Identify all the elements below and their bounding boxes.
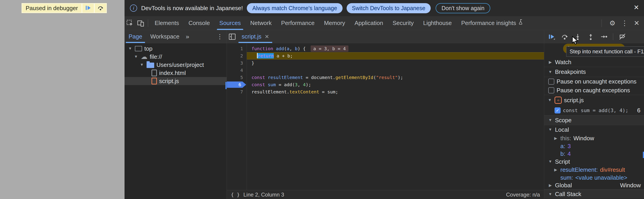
line-number[interactable]: 3 (227, 59, 243, 67)
toolbar-divider (613, 33, 613, 40)
tree-item-file-origin[interactable]: ▼ ☁ file:// (124, 53, 226, 61)
scope-var-b[interactable]: b: 4 (544, 150, 644, 158)
scope-var-this[interactable]: ▶ this: Window (544, 134, 644, 142)
close-tab-icon[interactable]: ✕ (264, 34, 269, 40)
expanded-arrow-icon[interactable]: ▼ (547, 98, 552, 102)
pane-divider[interactable] (226, 30, 227, 199)
debugger-scroll-indicator[interactable] (643, 152, 644, 158)
selected-token: return (258, 53, 274, 59)
collapsed-arrow-icon[interactable]: ▶ (548, 60, 553, 65)
expanded-arrow-icon[interactable]: ▼ (548, 70, 553, 74)
tab-page[interactable]: Page (124, 30, 146, 43)
file-tree: ▼ top ▼ ☁ file:// ▼ Users/user/project (124, 43, 226, 85)
breakpoint-file-group[interactable]: ▼ ‹› script.js (544, 95, 644, 105)
settings-gear-icon[interactable]: ⚙ (610, 19, 616, 27)
line-number[interactable]: 5 (227, 74, 243, 81)
call-stack-section-header[interactable]: ▼ Call Stack (544, 189, 644, 198)
collapsed-arrow-icon[interactable]: ▶ (553, 167, 558, 172)
paused-banner-label: Paused in debugger (22, 4, 82, 13)
tab-network[interactable]: Network (246, 16, 276, 30)
step-icon[interactable] (600, 33, 608, 41)
expand-arrow-icon[interactable]: ▼ (134, 55, 138, 59)
line-number[interactable]: 2 (227, 52, 243, 59)
tab-memory[interactable]: Memory (319, 16, 350, 30)
tab-performance-insights[interactable]: Performance insights (456, 16, 528, 30)
step-over-icon[interactable] (561, 33, 568, 41)
collapsed-arrow-icon[interactable]: ▶ (548, 183, 553, 188)
tab-sources[interactable]: Sources (215, 16, 246, 30)
tab-security[interactable]: Security (388, 16, 418, 30)
toggle-navigator-panel-icon[interactable] (227, 31, 238, 42)
scope-script-group[interactable]: ▼ Script (544, 158, 644, 166)
tree-item-top[interactable]: ▼ top (124, 45, 226, 53)
line-number[interactable]: 4 (227, 67, 243, 74)
code-line-3[interactable]: 3 } (227, 59, 544, 67)
tab-performance[interactable]: Performance (276, 16, 320, 30)
breakpoint-line-number: 6 (637, 107, 644, 114)
scope-var-a[interactable]: a: 3 (544, 142, 644, 150)
scope-global-group[interactable]: ▶ Global Window (544, 181, 644, 189)
scope-var-sum[interactable]: sum: <value unavailable> (544, 174, 644, 181)
code-line-1[interactable]: 1 function add(a, b) {a = 3, b = 4 (227, 45, 544, 52)
switch-to-japanese-button[interactable]: Switch DevTools to Japanese (346, 3, 431, 13)
scope-section-header[interactable]: ▼ Scope (544, 115, 644, 125)
expanded-arrow-icon[interactable]: ▼ (548, 118, 553, 122)
tab-console[interactable]: Console (184, 16, 214, 30)
more-tabs-chevron-icon[interactable]: » (184, 33, 192, 40)
checkbox-checked[interactable]: ✓ (554, 107, 560, 113)
expanded-arrow-icon[interactable]: ▼ (548, 159, 553, 164)
pause-on-caught-row[interactable]: Pause on caught exceptions (544, 86, 644, 95)
navigator-kebab-icon[interactable]: ⋮ (217, 33, 226, 40)
tab-application[interactable]: Application (350, 16, 388, 30)
expanded-arrow-icon[interactable]: ▼ (548, 192, 553, 196)
breakpoint-marker[interactable]: 6 (227, 82, 246, 88)
tab-lighthouse[interactable]: Lighthouse (418, 16, 456, 30)
step-over-icon (97, 5, 104, 12)
code-line-5[interactable]: 5 const resultElement = document.getElem… (227, 74, 544, 81)
checkbox-unchecked[interactable] (548, 87, 554, 93)
tree-item-script-js[interactable]: script.js (124, 77, 226, 85)
expand-arrow-icon[interactable]: ▼ (128, 46, 132, 51)
dont-show-again-button[interactable]: Don't show again (436, 3, 490, 13)
code-editor[interactable]: 1 function add(a, b) {a = 3, b = 4 2 ret… (227, 43, 544, 190)
code-line-4[interactable]: 4 (227, 67, 544, 74)
notification-message: DevTools is now available in Japanese! (141, 5, 243, 12)
line-number[interactable]: 7 (227, 88, 243, 95)
code-line-7[interactable]: 7 resultElement.textContent = sum; (227, 88, 544, 95)
scope-var-resultelement[interactable]: ▶ resultElement: div#result (544, 166, 644, 174)
step-over-button-overlay[interactable] (95, 4, 106, 13)
notification-close-icon[interactable]: ✕ (634, 4, 639, 11)
resume-script-icon[interactable] (548, 33, 556, 41)
collapsed-arrow-icon[interactable]: ▶ (553, 136, 558, 141)
device-toolbar-icon[interactable] (135, 18, 146, 29)
breakpoints-section-header[interactable]: ▼ Breakpoints (544, 67, 644, 77)
scope-local-group[interactable]: ▼ Local (544, 125, 644, 134)
pause-on-uncaught-row[interactable]: Pause on uncaught exceptions (544, 77, 644, 86)
watch-section-header[interactable]: ▶ Watch (544, 58, 644, 67)
tab-workspace[interactable]: Workspace (146, 30, 184, 43)
step-out-icon[interactable] (587, 33, 594, 41)
inspect-element-icon[interactable] (124, 18, 135, 29)
pretty-print-icon[interactable]: { } (231, 192, 240, 197)
deactivate-breakpoints-icon[interactable] (618, 33, 626, 41)
navigator-scroll-indicator[interactable] (226, 82, 226, 89)
line-number[interactable]: 1 (227, 45, 243, 52)
more-options-kebab-icon[interactable]: ⋮ (621, 19, 628, 27)
toolbar-right-controls: ⚙ ⋮ ✕ (600, 19, 644, 27)
pane-divider[interactable] (544, 30, 544, 199)
tree-item-project-folder[interactable]: ▼ Users/user/project (124, 61, 226, 69)
close-devtools-icon[interactable]: ✕ (634, 19, 640, 27)
tree-item-index-html[interactable]: index.html (124, 69, 226, 77)
checkbox-unchecked[interactable] (548, 79, 554, 85)
code-line-2-execution[interactable]: 2 return a + b; (227, 52, 544, 59)
expanded-arrow-icon[interactable]: ▼ (548, 127, 553, 132)
expand-arrow-icon[interactable]: ▼ (139, 63, 144, 67)
code-line-6-breakpoint[interactable]: 6 const sum = add(3, 4); (227, 81, 544, 88)
experiment-flask-icon (518, 19, 524, 27)
breakpoint-entry[interactable]: ✓ const sum = add(3, 4); 6 (544, 105, 644, 115)
step-into-icon[interactable] (574, 33, 582, 41)
resume-script-button[interactable] (82, 4, 94, 13)
always-match-language-button[interactable]: Always match Chrome's language (247, 3, 342, 13)
editor-tab-script-js[interactable]: script.js ✕ (238, 30, 273, 43)
tab-elements[interactable]: Elements (150, 16, 184, 30)
